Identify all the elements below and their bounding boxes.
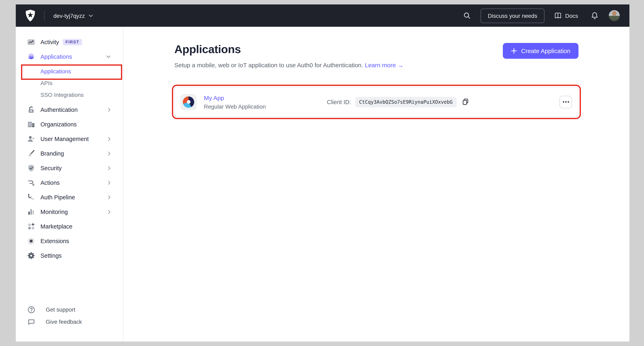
create-application-button[interactable]: Create Application bbox=[503, 43, 579, 59]
app-row-menu-button[interactable] bbox=[560, 96, 572, 108]
sidebar-subitem-sso-integrations[interactable]: SSO Integrations bbox=[16, 89, 123, 100]
sidebar-item-label: Branding bbox=[40, 150, 64, 157]
auth0-dashboard-window: dev-tyj7qyzz Discuss your needs Docs bbox=[16, 5, 630, 341]
pipeline-icon bbox=[27, 193, 35, 201]
speech-bubble-icon bbox=[27, 318, 35, 326]
sidebar-item-applications[interactable]: Applications bbox=[16, 49, 123, 64]
copy-client-id-button[interactable] bbox=[461, 97, 470, 107]
app-logo-icon bbox=[180, 94, 196, 110]
body-row: Activity FIRST Applications bbox=[16, 27, 630, 341]
sidebar-item-user-management[interactable]: User Management bbox=[16, 132, 123, 146]
client-id-label: Client ID: bbox=[327, 99, 351, 105]
search-button[interactable] bbox=[461, 9, 473, 22]
arrow-right-icon: → bbox=[398, 62, 404, 68]
give-feedback-link[interactable]: Give feedback bbox=[16, 316, 123, 328]
tenant-name: dev-tyj7qyzz bbox=[54, 12, 85, 19]
first-badge: FIRST bbox=[63, 39, 82, 45]
chevron-right-icon bbox=[108, 210, 111, 214]
sidebar: Activity FIRST Applications bbox=[16, 27, 124, 341]
footer-item-label: Give feedback bbox=[46, 318, 82, 325]
lock-icon bbox=[27, 106, 35, 114]
sidebar-item-auth-pipeline[interactable]: Auth Pipeline bbox=[16, 190, 123, 205]
sidebar-item-branding[interactable]: Branding bbox=[16, 146, 123, 161]
marketplace-grid-icon bbox=[27, 222, 35, 231]
sidebar-item-authentication[interactable]: Authentication bbox=[16, 102, 123, 117]
sidebar-item-activity[interactable]: Activity FIRST bbox=[16, 35, 123, 49]
sidebar-item-label: Monitoring bbox=[40, 209, 68, 215]
app-type-label: Regular Web Application bbox=[204, 103, 266, 110]
get-support-link[interactable]: Get support bbox=[16, 303, 123, 316]
chevron-right-icon bbox=[108, 180, 111, 185]
subtitle-text: Setup a mobile, web or IoT application t… bbox=[174, 62, 363, 68]
applications-submenu: Applications APIs SSO Integrations bbox=[16, 65, 123, 100]
help-circle-icon bbox=[27, 305, 35, 314]
sidebar-footer: Get support Give feedback bbox=[16, 303, 123, 341]
sidebar-item-actions[interactable]: Actions bbox=[16, 176, 123, 190]
chevron-down-icon bbox=[88, 14, 93, 17]
user-gear-icon bbox=[27, 135, 35, 143]
docs-button[interactable]: Docs bbox=[554, 10, 579, 22]
chevron-right-icon bbox=[108, 195, 111, 200]
chip-icon bbox=[27, 237, 35, 245]
sidebar-item-label: Activity bbox=[40, 39, 59, 45]
sidebar-item-marketplace[interactable]: Marketplace bbox=[16, 219, 123, 234]
sidebar-subitem-applications[interactable]: Applications bbox=[16, 65, 123, 77]
plus-icon bbox=[511, 48, 517, 54]
sidebar-subitem-apis[interactable]: APIs bbox=[16, 77, 123, 89]
app-logo-donut bbox=[183, 96, 194, 108]
chevron-right-icon bbox=[108, 166, 111, 170]
sidebar-item-settings[interactable]: Settings bbox=[16, 248, 123, 263]
avatar[interactable] bbox=[609, 10, 620, 21]
sidebar-item-monitoring[interactable]: Monitoring bbox=[16, 205, 123, 219]
search-icon bbox=[463, 12, 471, 20]
building-icon bbox=[27, 120, 35, 128]
learn-more-link[interactable]: Learn more bbox=[365, 62, 396, 68]
sidebar-item-label: Extensions bbox=[40, 238, 69, 244]
bell-icon bbox=[591, 12, 598, 20]
paintbrush-icon bbox=[27, 149, 35, 158]
ellipsis-icon bbox=[562, 101, 569, 103]
application-row-card[interactable]: My App Regular Web Application Client ID… bbox=[174, 87, 578, 117]
sidebar-item-label: User Management bbox=[40, 136, 89, 142]
app-name-link[interactable]: My App bbox=[204, 94, 266, 101]
topbar: dev-tyj7qyzz Discuss your needs Docs bbox=[16, 5, 630, 27]
sidebar-item-label: Security bbox=[40, 165, 62, 171]
sidebar-item-label: Auth Pipeline bbox=[40, 194, 75, 201]
sidebar-item-label: Authentication bbox=[40, 107, 78, 113]
shield-check-icon bbox=[27, 164, 35, 172]
main-content: Applications Setup a mobile, web or IoT … bbox=[124, 27, 630, 341]
actions-flow-icon bbox=[27, 179, 35, 187]
chevron-down-icon bbox=[106, 55, 111, 58]
title-block: Applications Setup a mobile, web or IoT … bbox=[174, 43, 404, 68]
discuss-your-needs-button[interactable]: Discuss your needs bbox=[480, 8, 544, 23]
bar-chart-icon bbox=[27, 208, 35, 216]
copy-icon bbox=[462, 98, 469, 106]
gear-icon bbox=[27, 252, 35, 260]
applications-icon bbox=[27, 53, 35, 61]
sidebar-item-label: Settings bbox=[40, 252, 62, 259]
notifications-button[interactable] bbox=[588, 9, 601, 22]
app-name-block: My App Regular Web Application bbox=[204, 94, 266, 110]
client-id-value: CtCqy3AvbQZSo7sE9RiynaPuiXOxvebG bbox=[355, 97, 456, 107]
footer-item-label: Get support bbox=[46, 306, 75, 313]
auth0-logo-icon bbox=[24, 9, 36, 22]
sidebar-item-label: Organizations bbox=[40, 121, 77, 128]
sidebar-item-label: Marketplace bbox=[40, 223, 72, 230]
activity-icon bbox=[27, 38, 35, 46]
topbar-divider bbox=[44, 11, 44, 21]
chevron-right-icon bbox=[108, 151, 111, 156]
page-title: Applications bbox=[174, 43, 404, 56]
create-application-label: Create Application bbox=[521, 47, 570, 54]
client-id-group: Client ID: CtCqy3AvbQZSo7sE9RiynaPuiXOxv… bbox=[327, 97, 470, 107]
chevron-right-icon bbox=[108, 136, 111, 141]
book-icon bbox=[554, 12, 562, 19]
main-header: Applications Setup a mobile, web or IoT … bbox=[174, 43, 578, 68]
sidebar-item-organizations[interactable]: Organizations bbox=[16, 117, 123, 132]
desktop-background: dev-tyj7qyzz Discuss your needs Docs bbox=[0, 0, 644, 346]
tenant-switcher[interactable]: dev-tyj7qyzz bbox=[52, 10, 95, 21]
sidebar-item-extensions[interactable]: Extensions bbox=[16, 234, 123, 248]
docs-label: Docs bbox=[565, 12, 578, 19]
sidebar-item-security[interactable]: Security bbox=[16, 161, 123, 176]
sidebar-item-label: Actions bbox=[40, 180, 60, 186]
page-subtitle: Setup a mobile, web or IoT application t… bbox=[174, 62, 404, 68]
